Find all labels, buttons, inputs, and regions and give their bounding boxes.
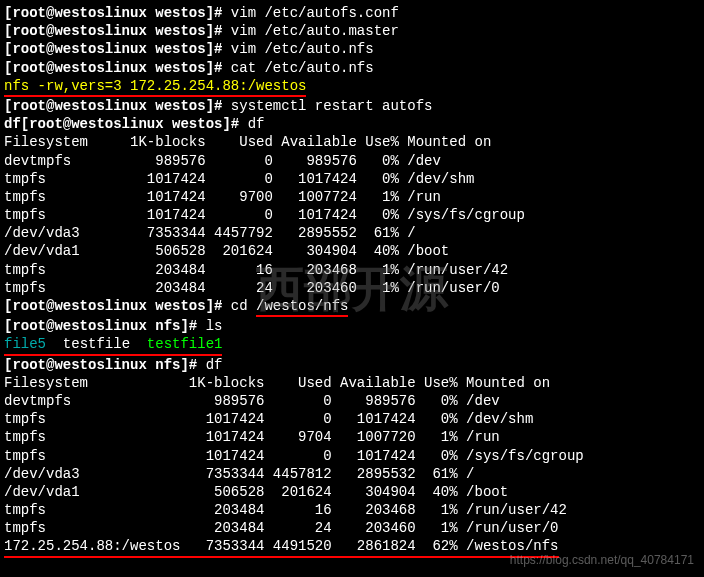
ls-file: testfile [63,335,130,355]
command-text: vim /etc/auto.master [231,23,399,39]
terminal-line: [root@westoslinux westos]# vim /etc/auto… [4,4,700,22]
ls-file: file5 [4,335,46,355]
terminal-line: [root@westoslinux westos]# vim /etc/auto… [4,40,700,58]
nfs-config-ip: 172.25.254.88:/westos [130,77,306,97]
df-row: tmpfs 1017424 0 1017424 0% /dev/shm [4,170,700,188]
prompt: [root@westoslinux westos]# [4,41,231,57]
command-text: cat /etc/auto.nfs [231,60,374,76]
df-row: tmpfs 1017424 0 1017424 0% /dev/shm [4,410,700,428]
prompt: [root@westoslinux westos]# [4,98,231,114]
terminal-line: df[root@westoslinux westos]# df [4,115,700,133]
df-row: /dev/vda1 506528 201624 304904 40% /boot [4,242,700,260]
df-header: Filesystem 1K-blocks Used Available Use%… [4,374,700,392]
df-row: tmpfs 203484 16 203468 1% /run/user/42 [4,501,700,519]
df-row: tmpfs 1017424 9700 1007724 1% /run [4,188,700,206]
command-text: ls [206,318,223,334]
df-row: /dev/vda1 506528 201624 304904 40% /boot [4,483,700,501]
df-row: /dev/vda3 7353344 4457792 2895552 61% / [4,224,700,242]
terminal-line: [root@westoslinux nfs]# df [4,356,700,374]
prompt: [root@westoslinux westos]# [4,5,231,21]
terminal-line: [root@westoslinux westos]# cd /westos/nf… [4,297,700,317]
terminal-line: [root@westoslinux westos]# cat /etc/auto… [4,59,700,77]
nfs-config-output: nfs -rw,vers=3 172.25.254.88:/westos [4,77,700,97]
command-text: cd [231,298,256,314]
terminal-line: [root@westoslinux westos]# systemctl res… [4,97,700,115]
command-text: df [206,357,223,373]
command-text: vim /etc/autofs.conf [231,5,399,21]
cd-path: /westos/nfs [256,297,348,317]
df-row: /dev/vda3 7353344 4457812 2895532 61% / [4,465,700,483]
df-row: tmpfs 1017424 0 1017424 0% /sys/fs/cgrou… [4,206,700,224]
command-text: vim /etc/auto.nfs [231,41,374,57]
prompt: [root@westoslinux westos]# [4,23,231,39]
prompt: [root@westoslinux nfs]# [4,318,206,334]
command-text: systemctl restart autofs [231,98,433,114]
command-text: df [248,116,265,132]
df-row: devtmpfs 989576 0 989576 0% /dev [4,392,700,410]
df-row-nfs: 172.25.254.88:/westos 7353344 4491520 28… [4,537,559,557]
terminal-line: [root@westoslinux westos]# vim /etc/auto… [4,22,700,40]
df-header: Filesystem 1K-blocks Used Available Use%… [4,133,700,151]
prompt: df[root@westoslinux westos]# [4,116,248,132]
df-row: tmpfs 1017424 9704 1007720 1% /run [4,428,700,446]
nfs-config-pre: nfs -rw,vers=3 [4,77,130,97]
ls-file: testfile1 [147,335,223,355]
df-row: devtmpfs 989576 0 989576 0% /dev [4,152,700,170]
df-row: tmpfs 1017424 0 1017424 0% /sys/fs/cgrou… [4,447,700,465]
df-row: tmpfs 203484 24 203460 1% /run/user/0 [4,519,700,537]
df-row: tmpfs 203484 16 203468 1% /run/user/42 [4,261,700,279]
prompt: [root@westoslinux nfs]# [4,357,206,373]
terminal-line: [root@westoslinux nfs]# ls [4,317,700,335]
prompt: [root@westoslinux westos]# [4,298,231,314]
df-row: tmpfs 203484 24 203460 1% /run/user/0 [4,279,700,297]
ls-output: file5 testfile testfile1 [4,335,700,355]
prompt: [root@westoslinux westos]# [4,60,231,76]
